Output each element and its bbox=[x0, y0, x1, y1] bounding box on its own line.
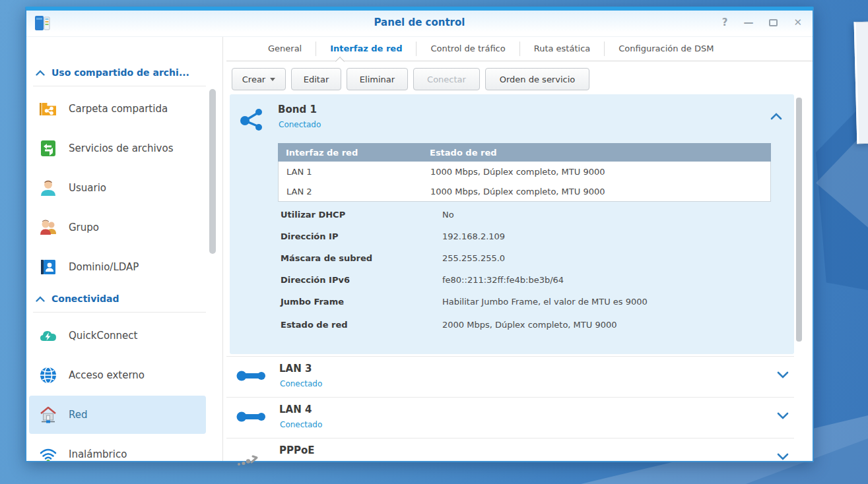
detail-value: 2000 Mbps, Dúplex completo, MTU 9000 bbox=[442, 315, 617, 334]
wireless-icon bbox=[38, 444, 58, 461]
interface-name: LAN 4 bbox=[279, 404, 312, 415]
external-access-icon bbox=[38, 365, 58, 385]
divider bbox=[222, 37, 223, 461]
user-icon bbox=[38, 178, 58, 198]
detail-label: Estado de red bbox=[281, 315, 442, 334]
sidebar-item-label: Acceso externo bbox=[69, 369, 145, 381]
bond-details: Utilizar DHCP No Dirección IP 192.168.2.… bbox=[281, 205, 782, 337]
interface-panel-bond1[interactable]: Bond 1 Conectado Interfaz de red Estado … bbox=[230, 94, 794, 354]
interface-name: Bond 1 bbox=[278, 104, 317, 115]
chevron-down-icon[interactable] bbox=[777, 371, 789, 378]
sidebar-item-label: Dominio/LDAP bbox=[69, 261, 139, 273]
content-scrollbar[interactable] bbox=[796, 98, 802, 342]
interface-row-lan4[interactable]: LAN 4 Conectado bbox=[226, 397, 794, 438]
chevron-down-icon[interactable] bbox=[777, 412, 789, 419]
detail-label: Jumbo Frame bbox=[281, 292, 442, 311]
detail-row: Dirección IPv6 fe80::211:32ff:fe4b:be3b/… bbox=[281, 270, 782, 291]
sidebar-item-network[interactable]: Red bbox=[29, 396, 206, 434]
sidebar-item-wireless[interactable]: Inalámbrico bbox=[29, 435, 206, 461]
chevron-up-icon bbox=[36, 70, 45, 76]
detail-row: Dirección IP 192.168.2.109 bbox=[281, 227, 782, 247]
titlebar[interactable]: Panel de control ? — ✕ bbox=[26, 11, 813, 37]
chevron-down-icon bbox=[270, 78, 275, 81]
interface-row-pppoe[interactable]: PPPoE bbox=[226, 438, 794, 461]
file-services-icon bbox=[38, 138, 58, 158]
background-window-edge bbox=[854, 22, 868, 144]
network-icon bbox=[38, 405, 58, 425]
create-button[interactable]: Crear bbox=[232, 68, 286, 90]
tab-traffic-control[interactable]: Control de tráfico bbox=[417, 37, 519, 61]
sidebar-item-external-access[interactable]: Acceso externo bbox=[29, 356, 206, 394]
shared-folder-icon bbox=[38, 99, 58, 119]
sidebar-item-label: Red bbox=[69, 409, 88, 421]
tab-bar: General Interfaz de red Control de tráfi… bbox=[226, 37, 813, 61]
column-header: Estado de red bbox=[430, 148, 771, 158]
divider bbox=[33, 86, 206, 86]
help-icon[interactable]: ? bbox=[722, 16, 728, 29]
detail-value: fe80::211:32ff:fe4b:be3b/64 bbox=[442, 270, 564, 289]
sidebar: Uso compartido de archi... Carpeta compa… bbox=[26, 37, 222, 461]
bond-icon bbox=[238, 105, 267, 134]
sidebar-scrollbar[interactable] bbox=[209, 89, 216, 254]
sidebar-item-label: Carpeta compartida bbox=[69, 103, 168, 115]
divider bbox=[33, 312, 206, 313]
domain-ldap-icon bbox=[38, 257, 58, 277]
chevron-up-icon[interactable] bbox=[770, 113, 782, 120]
quickconnect-icon bbox=[38, 326, 58, 346]
sidebar-item-quickconnect[interactable]: QuickConnect bbox=[29, 317, 206, 355]
service-order-button[interactable]: Orden de servicio bbox=[485, 68, 589, 90]
chevron-down-icon[interactable] bbox=[777, 453, 789, 460]
tab-general[interactable]: General bbox=[254, 37, 316, 61]
interface-status: Conectado bbox=[279, 120, 321, 129]
detail-label: Dirección IP bbox=[281, 227, 442, 246]
close-icon[interactable]: ✕ bbox=[793, 16, 802, 29]
table-row[interactable]: LAN 1 1000 Mbps, Dúplex completo, MTU 90… bbox=[279, 162, 770, 181]
detail-row: Jumbo Frame Habilitar Jumbo Frame, el va… bbox=[281, 292, 782, 313]
minimize-icon[interactable]: — bbox=[743, 16, 753, 29]
sidebar-group-connectivity[interactable]: Conectividad bbox=[36, 290, 214, 307]
tab-dsm-settings[interactable]: Configuración de DSM bbox=[605, 37, 727, 61]
detail-row: Estado de red 2000 Mbps, Dúplex completo… bbox=[281, 315, 782, 336]
tab-network-interface[interactable]: Interfaz de red bbox=[316, 37, 416, 61]
button-label: Crear bbox=[242, 75, 265, 84]
sidebar-group-label: Uso compartido de archi... bbox=[51, 67, 189, 78]
sidebar-item-user[interactable]: Usuario bbox=[29, 169, 206, 207]
bond-interfaces-table: Interfaz de red Estado de red LAN 1 1000… bbox=[278, 143, 771, 202]
sidebar-item-domain-ldap[interactable]: Dominio/LDAP bbox=[29, 248, 206, 286]
group-icon bbox=[38, 218, 58, 237]
detail-value: No bbox=[442, 205, 454, 224]
maximize-icon[interactable] bbox=[769, 19, 778, 26]
pppoe-icon bbox=[236, 450, 262, 468]
cell-interface: LAN 1 bbox=[279, 167, 430, 177]
interface-name: PPPoE bbox=[279, 444, 315, 456]
detail-row: Máscara de subred 255.255.255.0 bbox=[281, 249, 782, 269]
column-header: Interfaz de red bbox=[278, 148, 430, 158]
detail-value: 192.168.2.109 bbox=[442, 227, 505, 246]
sidebar-item-shared-folder[interactable]: Carpeta compartida bbox=[29, 90, 206, 128]
connect-button: Conectar bbox=[413, 68, 480, 90]
sidebar-item-group[interactable]: Grupo bbox=[29, 208, 206, 247]
table-header-row: Interfaz de red Estado de red bbox=[278, 143, 771, 162]
tab-static-route[interactable]: Ruta estática bbox=[520, 37, 605, 61]
interface-status: Conectado bbox=[280, 379, 322, 388]
cell-interface: LAN 2 bbox=[279, 187, 430, 197]
lan-icon bbox=[236, 407, 267, 427]
control-panel-window: Panel de control ? — ✕ bbox=[25, 7, 814, 462]
toolbar: Crear Editar Eliminar Conectar Orden de … bbox=[226, 61, 813, 93]
interface-name: LAN 3 bbox=[279, 363, 312, 375]
delete-button[interactable]: Eliminar bbox=[347, 68, 408, 90]
sidebar-item-label: Usuario bbox=[69, 182, 106, 194]
desktop-background: Panel de control ? — ✕ bbox=[0, 0, 868, 484]
sidebar-group-file-sharing[interactable]: Uso compartido de archi... bbox=[36, 64, 214, 81]
edit-button[interactable]: Editar bbox=[291, 68, 341, 90]
interface-row-lan3[interactable]: LAN 3 Conectado bbox=[226, 356, 794, 397]
table-row[interactable]: LAN 2 1000 Mbps, Dúplex completo, MTU 90… bbox=[279, 181, 770, 201]
detail-label: Utilizar DHCP bbox=[281, 205, 442, 224]
sidebar-item-file-services[interactable]: Servicios de archivos bbox=[29, 129, 206, 167]
sidebar-group-label: Conectividad bbox=[51, 293, 119, 304]
sidebar-item-label: Servicios de archivos bbox=[69, 142, 173, 154]
detail-value: Habilitar Jumbo Frame, el valor de MTU e… bbox=[442, 292, 648, 311]
sidebar-item-label: Inalámbrico bbox=[69, 448, 127, 460]
detail-row: Utilizar DHCP No bbox=[281, 205, 782, 226]
detail-label: Máscara de subred bbox=[281, 249, 442, 268]
